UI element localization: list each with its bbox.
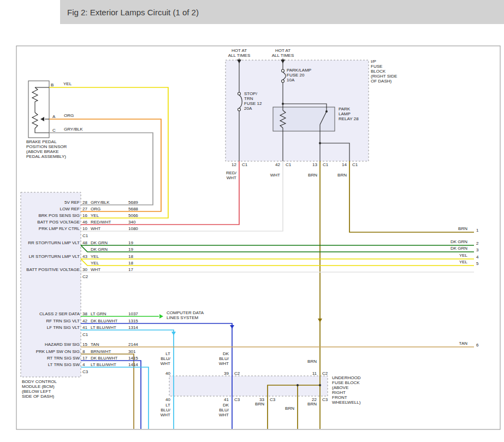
brake-pedal-sensor-box: [28, 81, 49, 138]
page: Fig 2: Exterior Lamps Circuit (1 of 2) H…: [0, 0, 504, 442]
junction-dot: [319, 384, 321, 386]
junction-dot: [325, 110, 328, 113]
underhood-fuse-block-box: [169, 376, 328, 396]
stop-trn-fuse-symbol: [238, 108, 241, 111]
bcm-box: [21, 192, 81, 377]
stop-trn-fuse-symbol: [238, 92, 241, 95]
wiring-diagram-canvas: [0, 0, 504, 442]
junction-dot: [282, 103, 284, 105]
junction-dot: [319, 142, 321, 144]
park-lamp-fuse-symbol: [282, 80, 284, 82]
park-lamp-fuse-symbol: [282, 69, 284, 72]
junction-dot: [297, 384, 299, 386]
